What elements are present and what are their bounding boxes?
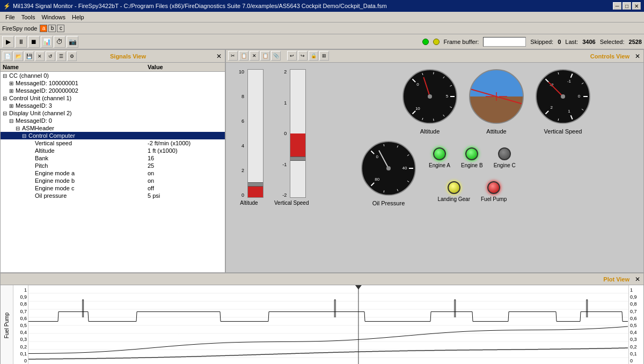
menu-help[interactable]: Help <box>69 13 87 21</box>
tree-row[interactable]: ⊟CC (channel 0) <box>1 72 225 79</box>
signals-delete-button[interactable]: ✕ <box>35 51 45 61</box>
engine-led-row: Engine A Engine B Engine C <box>429 147 516 168</box>
led-area: Engine A Engine B Engine C <box>429 143 516 202</box>
engine-c-label: Engine C <box>494 162 516 168</box>
tree-row[interactable]: Oil pressure5 psi <box>1 192 225 199</box>
engine-b-led[interactable] <box>465 147 478 160</box>
node-c-button[interactable]: c <box>57 25 64 32</box>
menu-tools[interactable]: Tools <box>18 13 39 21</box>
tree-col-value-header: Value <box>148 64 223 70</box>
tree-row[interactable]: Engine mode aon <box>1 169 225 177</box>
controls-close-button[interactable]: ✕ <box>634 53 641 60</box>
last-value: 3406 <box>582 39 595 45</box>
vspeed-slider[interactable] <box>290 157 306 161</box>
toolbar-right: Frame buffer: Skipped: 0 Last: 3406 Sele… <box>422 37 642 47</box>
maximize-button[interactable]: □ <box>623 2 631 10</box>
controls-panel: ✂ 📋 ✕ 📋 📎 ↩ ↪ 🔒 ⊞ Controls View ✕ <box>225 49 644 273</box>
status-indicator-green <box>422 39 429 45</box>
ctrl-paste-button[interactable]: 📋 <box>239 51 248 61</box>
tree-row[interactable]: Altitude1 ft (x1000) <box>1 147 225 154</box>
tree-row[interactable]: Bank16 <box>1 154 225 162</box>
timer-button[interactable]: ⏱ <box>54 36 65 48</box>
attitude-gauge-label: Attitude <box>486 128 506 135</box>
tree-row[interactable]: ⊟Control Computer <box>1 132 225 139</box>
top-gauge-row: Altitude Attitude Vertical Speed <box>354 67 639 135</box>
altitude-bar-track[interactable] <box>247 69 264 198</box>
attitude-gauge-canvas <box>467 67 526 126</box>
signals-open-button[interactable]: 📂 <box>13 51 23 61</box>
ctrl-paste2-button[interactable]: 📋 <box>260 51 270 61</box>
tree-row[interactable]: ⊞MessageID: 3 <box>1 102 225 109</box>
minimize-button[interactable]: ─ <box>613 2 621 10</box>
signals-header: 📄 📂 💾 ✕ ↺ ☰ ⚙ Signals View ✕ <box>1 50 225 63</box>
signals-new-button[interactable]: 📄 <box>3 51 12 61</box>
plot-close-button[interactable]: ✕ <box>634 276 641 283</box>
vspeed-scale: 210-1-2 <box>277 69 288 198</box>
play-button[interactable]: ▶ <box>2 36 14 48</box>
engine-c-led[interactable] <box>498 147 511 160</box>
plot-main[interactable] <box>28 285 628 364</box>
tree-row[interactable]: ⊟MessageID: 0 <box>1 117 225 124</box>
camera-button[interactable]: 📷 <box>67 36 78 48</box>
tree-row[interactable]: ⊟Control Unit (channel 1) <box>1 94 225 102</box>
tree-row[interactable]: Engine mode bon <box>1 177 225 184</box>
engine-c-indicator: Engine C <box>494 147 516 168</box>
ctrl-close-button[interactable]: ✕ <box>250 51 259 61</box>
node-b-button[interactable]: b <box>48 25 56 32</box>
attitude-gauge: Attitude <box>467 67 526 135</box>
tree-row[interactable]: ⊞MessageID: 200000002 <box>1 87 225 94</box>
vspeed-bar: 210-1-2 Vertical Speed <box>274 69 309 206</box>
vspeed-bar-track[interactable] <box>290 69 306 198</box>
title-bar-text: Mil1394 Signal Monitor - FireSpy3422bT -… <box>13 3 387 9</box>
plot-title: Plot View <box>3 276 630 283</box>
frame-buffer-label: Frame buffer: <box>444 39 479 45</box>
toolbar-left: ▶ ⏸ ⏹ 📊 ⏱ 📷 <box>2 36 78 48</box>
vspeed-gauge: Vertical Speed <box>533 67 592 135</box>
counter-button[interactable]: 📊 <box>41 36 53 48</box>
tree-row[interactable]: ⊟Display Unit (channel 2) <box>1 109 225 117</box>
oil-pressure-gauge: Oil Pressure <box>359 139 418 206</box>
signals-save-button[interactable]: 💾 <box>24 51 34 61</box>
ctrl-undo-button[interactable]: ↩ <box>287 51 297 61</box>
selected-label: Selected: <box>600 39 625 45</box>
ctrl-copy-button[interactable]: ✂ <box>228 51 238 61</box>
status-indicator-yellow <box>433 39 440 45</box>
signals-list-button[interactable]: ☰ <box>56 51 66 61</box>
ctrl-lock-button[interactable]: 🔒 <box>309 51 318 61</box>
fuel-pump-led[interactable] <box>487 181 500 194</box>
tree-row[interactable]: ⊞MessageID: 100000001 <box>1 79 225 87</box>
fuel-pump-indicator: Fuel Pump <box>481 181 507 202</box>
oil-pressure-label: Oil Pressure <box>372 200 405 206</box>
plot-canvas[interactable] <box>28 285 628 364</box>
menu-windows[interactable]: Windows <box>38 13 69 21</box>
ctrl-clipboard-button[interactable]: 📎 <box>271 51 281 61</box>
tree-row[interactable]: Vertical speed-2 ft/min (x1000) <box>1 139 225 147</box>
pause-button[interactable]: ⏸ <box>15 36 27 48</box>
plot-panel: Plot View ✕ Fuel Pump 10,90,80,70,60,50,… <box>0 273 644 364</box>
close-button[interactable]: ✕ <box>632 2 641 10</box>
menu-bar: File Tools Windows Help <box>0 12 644 23</box>
bars-area: 1086420 Altitude 21 <box>230 67 348 268</box>
ctrl-redo-button[interactable]: ↪ <box>298 51 308 61</box>
tree-row[interactable]: Engine mode coff <box>1 184 225 192</box>
vspeed-gauge-label: Vertical Speed <box>544 128 582 135</box>
stop-button[interactable]: ⏹ <box>28 36 40 48</box>
node-a-button[interactable]: a <box>40 25 47 32</box>
tree-row[interactable]: Pitch25 <box>1 162 225 169</box>
altitude-gauge-canvas <box>400 67 459 126</box>
signals-refresh-button[interactable]: ↺ <box>46 51 55 61</box>
signals-tree[interactable]: ⊟CC (channel 0)⊞MessageID: 100000001⊞Mes… <box>1 72 225 272</box>
ctrl-grid-button[interactable]: ⊞ <box>319 51 329 61</box>
engine-a-led[interactable] <box>433 147 446 160</box>
signals-settings-button[interactable]: ⚙ <box>67 51 77 61</box>
signals-close-button[interactable]: ✕ <box>215 53 223 60</box>
menu-file[interactable]: File <box>2 13 18 21</box>
oil-pressure-gauge-canvas <box>359 139 418 198</box>
landing-gear-led[interactable] <box>448 181 460 194</box>
frame-buffer-input[interactable] <box>483 37 526 47</box>
altitude-scale: 1086420 <box>235 69 245 198</box>
altitude-slider[interactable] <box>247 182 264 187</box>
tree-row[interactable]: ⊟ASMHeader <box>1 124 225 132</box>
firespy-label: FireSpy node <box>2 25 37 32</box>
gear-fuel-led-row: Landing Gear Fuel Pump <box>429 181 516 202</box>
